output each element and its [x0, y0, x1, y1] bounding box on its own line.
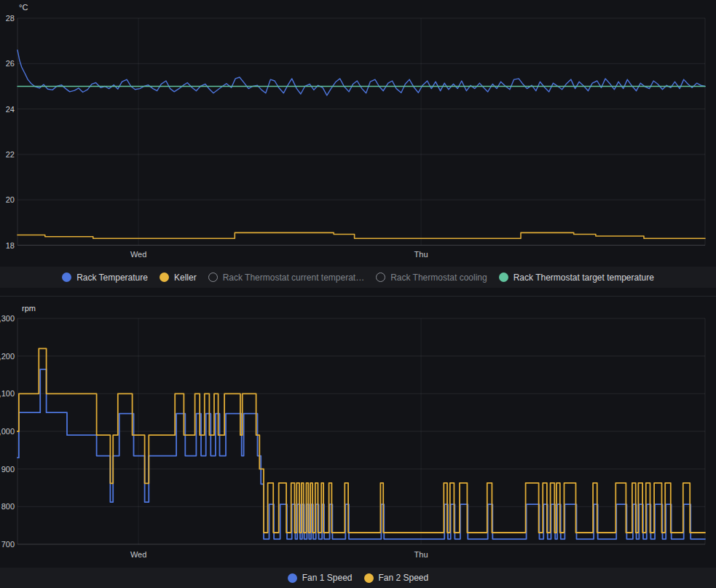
x-tick-label: Thu — [414, 550, 428, 559]
fan-1-speed-series — [17, 369, 705, 539]
temperature-chart: 282624222018WedThu°C — [0, 0, 716, 262]
legend-item-rack-thermostat-current-temperat[interactable]: Rack Thermostat current temperat… — [208, 273, 365, 283]
axis-unit-label: °C — [19, 3, 28, 12]
legend-label: Fan 2 Speed — [379, 573, 429, 583]
temperature-panel: 282624222018WedThu°C Rack TemperatureKel… — [0, 0, 716, 296]
legend-label: Rack Thermostat target temperature — [514, 273, 654, 283]
y-tick-label: 20 — [6, 195, 15, 204]
y-tick-label: 24 — [6, 105, 15, 114]
y-tick-label: 1,100 — [0, 389, 15, 398]
x-tick-label: Wed — [130, 250, 146, 259]
y-tick-label: 22 — [6, 150, 15, 159]
fan-speed-chart: 1,3001,2001,1001,000900800700WedThurpm — [0, 297, 716, 562]
legend-item-rack-thermostat-target-temperature[interactable]: Rack Thermostat target temperature — [499, 273, 654, 283]
axis-unit-label: rpm — [22, 304, 36, 313]
y-tick-label: 1,300 — [0, 314, 15, 323]
x-tick-label: Thu — [414, 250, 428, 259]
fan-speed-legend: Fan 1 SpeedFan 2 Speed — [0, 568, 716, 588]
x-tick-label: Wed — [130, 550, 146, 559]
legend-item-rack-thermostat-cooling[interactable]: Rack Thermostat cooling — [376, 273, 487, 283]
legend-label: Keller — [174, 273, 197, 283]
legend-item-rack-temperature[interactable]: Rack Temperature — [62, 273, 148, 283]
legend-item-keller[interactable]: Keller — [160, 273, 197, 283]
y-tick-label: 18 — [6, 241, 15, 250]
fan-speed-panel: 1,3001,2001,1001,000900800700WedThurpm F… — [0, 297, 716, 588]
y-tick-label: 26 — [6, 59, 15, 68]
legend-item-fan-1-speed[interactable]: Fan 1 Speed — [288, 573, 353, 583]
series-color-icon — [160, 273, 169, 282]
y-tick-label: 28 — [6, 14, 15, 23]
series-color-icon — [499, 273, 508, 282]
legend-label: Rack Thermostat cooling — [390, 273, 487, 283]
legend-label: Fan 1 Speed — [302, 573, 353, 583]
series-hidden-icon — [208, 273, 218, 282]
legend-item-fan-2-speed[interactable]: Fan 2 Speed — [364, 573, 429, 583]
y-tick-label: 1,000 — [0, 427, 15, 436]
y-tick-label: 900 — [1, 465, 15, 474]
rack-temperature-series — [17, 50, 705, 95]
fan-2-speed-series — [17, 348, 705, 533]
series-color-icon — [364, 573, 374, 583]
keller-series — [17, 232, 705, 238]
legend-label: Rack Thermostat current temperat… — [223, 273, 365, 283]
y-tick-label: 800 — [1, 502, 15, 511]
series-color-icon — [62, 273, 71, 282]
series-color-icon — [288, 573, 297, 583]
legend-label: Rack Temperature — [76, 273, 148, 283]
y-tick-label: 1,200 — [0, 352, 15, 361]
y-tick-label: 700 — [1, 540, 15, 549]
temperature-legend: Rack TemperatureKellerRack Thermostat cu… — [0, 267, 716, 288]
series-hidden-icon — [376, 273, 385, 282]
